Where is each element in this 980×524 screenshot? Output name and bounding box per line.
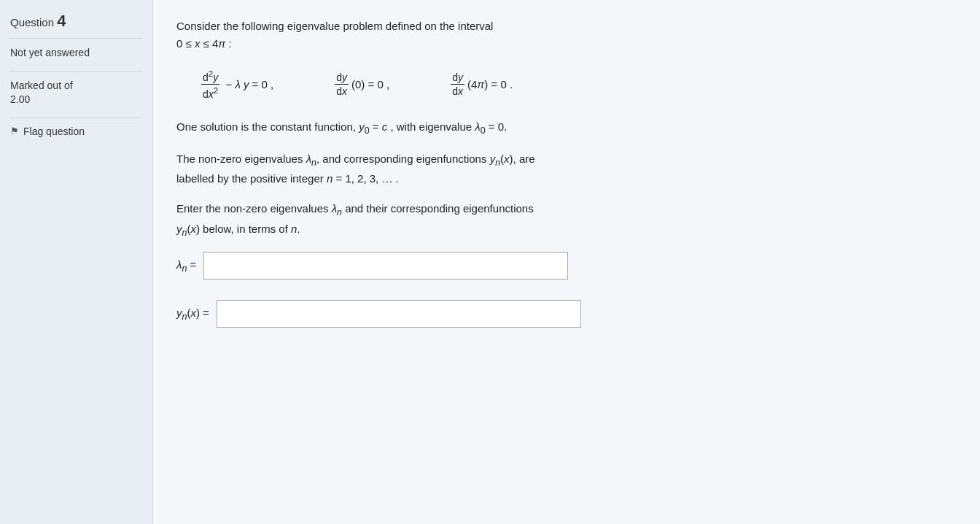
- marked-value: 2.00: [10, 93, 30, 105]
- main-content: Consider the following eigenvalue proble…: [153, 0, 980, 524]
- lambda-input[interactable]: [203, 252, 568, 280]
- yn-input[interactable]: [217, 300, 581, 328]
- enter-instruction: Enter the non-zero eigenvalues λn and th…: [176, 200, 957, 240]
- equation-1: d2y dx2 − λ y = 0 ,: [198, 69, 273, 101]
- marked-out-section: Marked out of 2.00: [10, 71, 142, 107]
- intro-text-1: Consider the following eigenvalue proble…: [176, 20, 493, 32]
- flag-question-label: Flag question: [23, 126, 85, 137]
- flag-question-button[interactable]: ⚑ Flag question: [10, 117, 142, 137]
- equation-display: d2y dx2 − λ y = 0 , dy dx (0) = 0 , dy d…: [198, 69, 957, 101]
- solution-paragraph: One solution is the constant function, y…: [176, 118, 957, 139]
- yn-answer-row: yn(x) =: [176, 300, 957, 328]
- lambda-answer-row: λn =: [176, 252, 957, 280]
- yn-label: yn(x) =: [176, 307, 209, 322]
- question-number: 4: [57, 12, 66, 30]
- question-intro: Consider the following eigenvalue proble…: [176, 18, 957, 53]
- interval-expression: 0 ≤ x ≤ 4π :: [176, 37, 232, 50]
- equation-2: dy dx (0) = 0 ,: [332, 72, 389, 99]
- equation-3: dy dx (4π) = 0 .: [448, 72, 513, 99]
- status-section: Not yet answered: [10, 38, 142, 61]
- not-answered-status: Not yet answered: [10, 46, 142, 61]
- question-label-text: Question: [10, 16, 54, 28]
- marked-out-label: Marked out of: [10, 80, 73, 91]
- noneigen-paragraph: The non-zero eigenvalues λn, and corresp…: [176, 150, 957, 188]
- sidebar: Question 4 Not yet answered Marked out o…: [0, 0, 153, 524]
- flag-icon: ⚑: [10, 126, 19, 136]
- lambda-label: λn =: [176, 258, 196, 274]
- question-number-label: Question 4: [10, 12, 142, 31]
